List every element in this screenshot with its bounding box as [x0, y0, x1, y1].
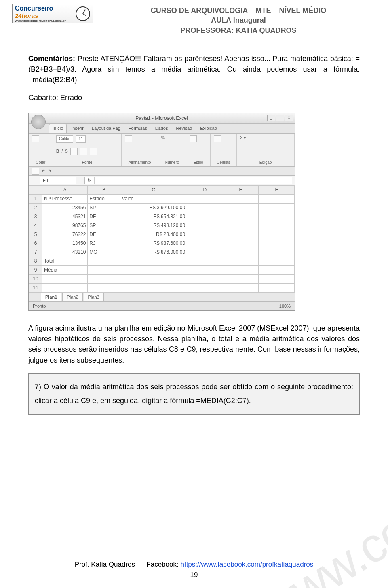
- name-box[interactable]: F3: [40, 177, 76, 184]
- save-icon[interactable]: [32, 168, 39, 175]
- row-header[interactable]: 9: [29, 266, 42, 275]
- cell[interactable]: DF: [88, 230, 120, 239]
- cell[interactable]: [223, 230, 259, 239]
- cell[interactable]: [223, 284, 259, 293]
- cell[interactable]: [187, 204, 223, 212]
- cell[interactable]: R$ 3.929.100,00: [120, 204, 187, 212]
- cell[interactable]: [88, 257, 120, 266]
- cell[interactable]: R$ 654.321,00: [120, 212, 187, 221]
- facebook-link[interactable]: https://www.facebook.com/profkatiaquadro…: [180, 560, 313, 568]
- cell[interactable]: [223, 257, 259, 266]
- formula-bar[interactable]: fx: [84, 177, 292, 184]
- col-header[interactable]: E: [223, 186, 259, 195]
- fx-icon[interactable]: fx: [85, 177, 95, 184]
- tab-formulas[interactable]: Fórmulas: [125, 124, 151, 133]
- cell[interactable]: [223, 221, 259, 230]
- cell[interactable]: [88, 284, 120, 293]
- cell[interactable]: [88, 266, 120, 275]
- cell[interactable]: [259, 275, 295, 284]
- autosum-icon[interactable]: Σ ▾: [240, 135, 246, 141]
- cells-icon[interactable]: [214, 135, 221, 142]
- close-icon[interactable]: ×: [285, 115, 293, 121]
- col-header[interactable]: C: [120, 186, 187, 195]
- col-header[interactable]: D: [187, 186, 223, 195]
- col-header[interactable]: B: [88, 186, 120, 195]
- cell[interactable]: [187, 230, 223, 239]
- cell[interactable]: 98765: [42, 221, 88, 230]
- tab-inicio[interactable]: Início: [49, 124, 67, 133]
- sheet-tab[interactable]: Plan1: [41, 293, 61, 301]
- row-header[interactable]: 7: [29, 248, 42, 257]
- cell[interactable]: R$ 498.120,00: [120, 221, 187, 230]
- cell[interactable]: [259, 248, 295, 257]
- fill-color-icon[interactable]: [80, 148, 87, 155]
- cell[interactable]: [223, 239, 259, 248]
- row-header[interactable]: 11: [29, 284, 42, 293]
- cell[interactable]: [187, 212, 223, 221]
- cell[interactable]: [42, 284, 88, 293]
- row-header[interactable]: 5: [29, 230, 42, 239]
- cell[interactable]: [187, 195, 223, 204]
- row-header[interactable]: 1: [29, 195, 42, 204]
- tab-inserir[interactable]: Inserir: [67, 124, 87, 133]
- cell[interactable]: [223, 266, 259, 275]
- redo-icon[interactable]: ↷: [48, 168, 51, 174]
- cell[interactable]: R$ 876.000,00: [120, 248, 187, 257]
- styles-icon[interactable]: [190, 135, 197, 142]
- cell[interactable]: N.º Processo: [42, 195, 88, 204]
- cell[interactable]: [259, 239, 295, 248]
- cell[interactable]: [259, 257, 295, 266]
- cell[interactable]: DF: [88, 212, 120, 221]
- cell[interactable]: [120, 275, 187, 284]
- font-name[interactable]: Calibri: [56, 135, 73, 143]
- cell[interactable]: [223, 195, 259, 204]
- sheet-tab[interactable]: Plan2: [62, 293, 82, 301]
- row-header[interactable]: 10: [29, 275, 42, 284]
- cell[interactable]: SP: [88, 204, 120, 212]
- cell[interactable]: 76222: [42, 230, 88, 239]
- font-color-icon[interactable]: [90, 148, 97, 155]
- cell[interactable]: [259, 230, 295, 239]
- cell[interactable]: 13450: [42, 239, 88, 248]
- cell[interactable]: [259, 284, 295, 293]
- bold-icon[interactable]: B: [56, 149, 59, 155]
- cell[interactable]: [223, 275, 259, 284]
- cell[interactable]: [187, 221, 223, 230]
- cell[interactable]: [187, 239, 223, 248]
- cell[interactable]: 45321: [42, 212, 88, 221]
- cell[interactable]: [187, 257, 223, 266]
- undo-icon[interactable]: ↶: [42, 168, 45, 174]
- cell[interactable]: [259, 266, 295, 275]
- cell[interactable]: [223, 204, 259, 212]
- percent-icon[interactable]: %: [161, 135, 165, 141]
- cell[interactable]: [120, 284, 187, 293]
- spreadsheet-grid[interactable]: A B C D E F 1N.º ProcessoEstadoValor2234…: [29, 185, 295, 293]
- col-header[interactable]: A: [42, 186, 88, 195]
- cell[interactable]: [120, 266, 187, 275]
- cell[interactable]: Total: [42, 257, 88, 266]
- cell[interactable]: SP: [88, 221, 120, 230]
- cell[interactable]: [187, 266, 223, 275]
- tab-exibicao[interactable]: Exibição: [196, 124, 221, 133]
- row-header[interactable]: 4: [29, 221, 42, 230]
- paste-icon[interactable]: [32, 135, 39, 142]
- sheet-tab[interactable]: Plan3: [84, 293, 104, 301]
- cell[interactable]: [259, 195, 295, 204]
- zoom-level[interactable]: 100%: [279, 303, 291, 310]
- row-header[interactable]: 8: [29, 257, 42, 266]
- cell[interactable]: [187, 275, 223, 284]
- tab-layout[interactable]: Layout da Pág: [88, 124, 124, 133]
- office-orb-icon[interactable]: [31, 115, 46, 129]
- cell[interactable]: R$ 987.600,00: [120, 239, 187, 248]
- border-icon[interactable]: [70, 148, 78, 155]
- cell[interactable]: MG: [88, 248, 120, 257]
- row-header[interactable]: 6: [29, 239, 42, 248]
- cell[interactable]: [187, 248, 223, 257]
- row-header[interactable]: 3: [29, 212, 42, 221]
- maximize-icon[interactable]: □: [276, 115, 284, 121]
- underline-icon[interactable]: S: [65, 149, 68, 155]
- align-icon[interactable]: [125, 135, 132, 142]
- cell[interactable]: [223, 248, 259, 257]
- cell[interactable]: [120, 257, 187, 266]
- cell[interactable]: RJ: [88, 239, 120, 248]
